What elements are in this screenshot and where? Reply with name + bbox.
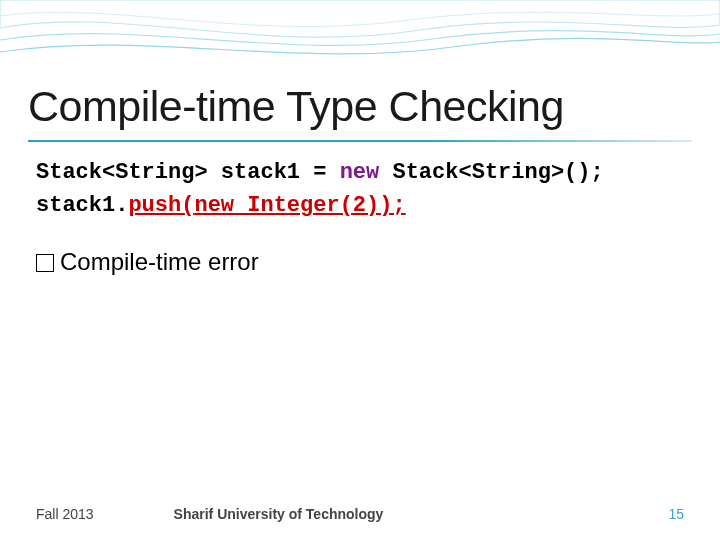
code-line-2: stack1.push(new Integer(2)); bbox=[36, 189, 604, 222]
code-block: Stack<String> stack1 = new Stack<String>… bbox=[36, 156, 604, 222]
bullet-box-icon bbox=[36, 254, 54, 272]
bullet-text: Compile-time error bbox=[60, 248, 259, 275]
keyword-new: new bbox=[340, 160, 380, 185]
footer-left: Fall 2013 bbox=[36, 506, 94, 522]
title-underline bbox=[28, 140, 692, 142]
decorative-waves bbox=[0, 0, 720, 80]
slide-footer: Fall 2013 Sharif University of Technolog… bbox=[36, 506, 684, 522]
error-underline: Integer(2)); bbox=[234, 193, 406, 218]
slide-number: 15 bbox=[668, 506, 684, 522]
code-line-1: Stack<String> stack1 = new Stack<String>… bbox=[36, 156, 604, 189]
footer-center: Sharif University of Technology bbox=[174, 506, 669, 522]
slide-title: Compile-time Type Checking bbox=[28, 82, 564, 131]
bullet-item: Compile-time error bbox=[36, 248, 259, 276]
code-text: Stack<String>(); bbox=[379, 160, 603, 185]
code-text: stack1. bbox=[36, 193, 128, 218]
error-underline: push( bbox=[128, 193, 194, 218]
keyword-new-error: new bbox=[194, 193, 234, 218]
code-text: Stack<String> stack1 = bbox=[36, 160, 340, 185]
